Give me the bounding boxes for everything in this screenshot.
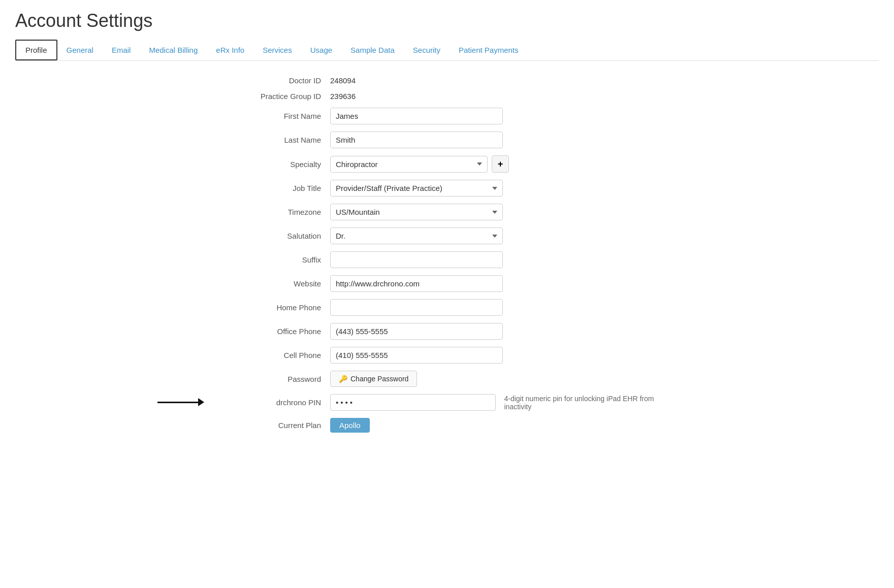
pin-hint: 4-digit numeric pin for unlocking iPad E… (504, 395, 676, 411)
first-name-row: First Name (218, 108, 676, 124)
practice-group-id-value: 239636 (330, 92, 356, 101)
salutation-label: Salutation (218, 232, 330, 240)
pin-label: drchrono PIN (218, 398, 330, 407)
specialty-controls: Chiropractor Family Medicine Internal Me… (330, 155, 509, 173)
cell-phone-input[interactable] (330, 347, 503, 364)
password-label: Password (218, 375, 330, 383)
suffix-row: Suffix (218, 251, 676, 268)
tab-usage[interactable]: Usage (301, 41, 341, 59)
tab-security[interactable]: Security (404, 41, 450, 59)
tab-sample-data[interactable]: Sample Data (341, 41, 404, 59)
job-title-select[interactable]: Provider/Staff (Private Practice) Provid… (330, 180, 503, 197)
timezone-row: Timezone US/Mountain US/Eastern US/Centr… (218, 204, 676, 220)
arrow-line (157, 402, 198, 403)
tab-profile[interactable]: Profile (15, 40, 57, 60)
practice-group-id-row: Practice Group ID 239636 (218, 92, 676, 101)
pin-controls: 4-digit numeric pin for unlocking iPad E… (330, 394, 676, 411)
job-title-label: Job Title (218, 184, 330, 192)
first-name-label: First Name (218, 112, 330, 120)
tabs-nav: Profile General Email Medical Billing eR… (15, 40, 879, 61)
home-phone-input[interactable] (330, 299, 503, 316)
profile-form: Doctor ID 248094 Practice Group ID 23963… (218, 76, 676, 433)
specialty-select[interactable]: Chiropractor Family Medicine Internal Me… (330, 156, 488, 173)
key-icon: 🔑 (339, 375, 347, 383)
tab-email[interactable]: Email (103, 41, 140, 59)
doctor-id-row: Doctor ID 248094 (218, 76, 676, 85)
current-plan-label: Current Plan (218, 421, 330, 430)
home-phone-label: Home Phone (218, 303, 330, 312)
last-name-input[interactable] (330, 132, 503, 148)
office-phone-label: Office Phone (218, 327, 330, 336)
page-title: Account Settings (15, 10, 879, 31)
tab-patient-payments[interactable]: Patient Payments (450, 41, 528, 59)
doctor-id-label: Doctor ID (218, 76, 330, 85)
timezone-label: Timezone (218, 208, 330, 216)
suffix-input[interactable] (330, 251, 503, 268)
first-name-input[interactable] (330, 108, 503, 124)
arrow-head (198, 398, 204, 406)
home-phone-row: Home Phone (218, 299, 676, 316)
last-name-label: Last Name (218, 136, 330, 144)
password-row: Password 🔑 Change Password (218, 371, 676, 387)
timezone-select[interactable]: US/Mountain US/Eastern US/Central US/Pac… (330, 204, 503, 220)
current-plan-row: Current Plan Apollo (218, 418, 676, 433)
cell-phone-row: Cell Phone (218, 347, 676, 364)
office-phone-input[interactable] (330, 323, 503, 340)
change-password-button[interactable]: 🔑 Change Password (330, 371, 417, 387)
tab-erx-info[interactable]: eRx Info (207, 41, 253, 59)
pin-row: drchrono PIN 4-digit numeric pin for unl… (218, 394, 676, 411)
last-name-row: Last Name (218, 132, 676, 148)
pin-input[interactable] (330, 394, 496, 411)
office-phone-row: Office Phone (218, 323, 676, 340)
website-row: Website (218, 275, 676, 292)
salutation-select[interactable]: Dr. Mr. Ms. Mrs. (330, 227, 503, 244)
specialty-label: Specialty (218, 160, 330, 169)
website-input[interactable] (330, 275, 503, 292)
suffix-label: Suffix (218, 255, 330, 264)
website-label: Website (218, 279, 330, 288)
salutation-row: Salutation Dr. Mr. Ms. Mrs. (218, 227, 676, 244)
job-title-row: Job Title Provider/Staff (Private Practi… (218, 180, 676, 197)
practice-group-id-label: Practice Group ID (218, 92, 330, 101)
add-specialty-button[interactable]: + (492, 155, 509, 173)
change-password-label: Change Password (350, 375, 408, 383)
arrow-indicator (157, 398, 204, 406)
tab-medical-billing[interactable]: Medical Billing (140, 41, 207, 59)
current-plan-badge: Apollo (330, 418, 370, 433)
tab-services[interactable]: Services (253, 41, 301, 59)
cell-phone-label: Cell Phone (218, 351, 330, 360)
specialty-row: Specialty Chiropractor Family Medicine I… (218, 155, 676, 173)
tab-general[interactable]: General (57, 41, 103, 59)
doctor-id-value: 248094 (330, 76, 356, 85)
